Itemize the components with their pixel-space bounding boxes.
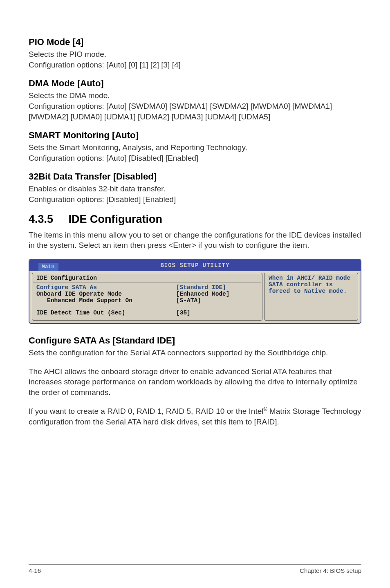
- bios-value: [S-ATA]: [176, 297, 258, 304]
- bios-left-title: IDE Configuration: [36, 275, 258, 281]
- text-confsata-p1: Sets the configuration for the Serial AT…: [29, 348, 361, 358]
- p3a: If you want to create a RAID 0, RAID 1, …: [29, 407, 263, 415]
- text-ide-configuration: The items in this menu allow you to set …: [29, 230, 361, 251]
- bios-label: IDE Detect Time Out (Sec): [36, 310, 176, 316]
- bios-header: Main BIOS SETUP UTILITY: [29, 260, 361, 271]
- pio-line1: Selects the PIO mode.: [29, 50, 106, 58]
- bios-value: [Enhanced Mode]: [176, 291, 258, 297]
- bios-row-operate-mode[interactable]: Onboard IDE Operate Mode [Enhanced Mode]: [36, 291, 258, 297]
- heading-dma-mode: DMA Mode [Auto]: [29, 78, 361, 89]
- text-pio-mode: Selects the PIO mode. Configuration opti…: [29, 49, 361, 70]
- text-confsata-p2: The AHCI allows the onboard storage driv…: [29, 366, 361, 398]
- bios-separator: [33, 283, 261, 283]
- bios-left-pane: IDE Configuration Configure SATA As [Sta…: [32, 273, 262, 321]
- heading-pio-mode: PIO Mode [4]: [29, 37, 361, 47]
- heading-32bit: 32Bit Data Transfer [Disabled]: [29, 171, 361, 182]
- heading-smart: SMART Monitoring [Auto]: [29, 130, 361, 141]
- page-number: 4-16: [29, 567, 41, 574]
- text-confsata-p3: If you want to create a RAID 0, RAID 1, …: [29, 406, 361, 427]
- bios-value: [Standard IDE]: [176, 284, 258, 291]
- text-smart: Sets the Smart Monitoring, Analysis, and…: [29, 142, 361, 163]
- d32-line1: Enables or disables 32-bit data transfer…: [29, 184, 166, 193]
- heading-configure-sata: Configure SATA As [Standard IDE]: [29, 335, 361, 346]
- chapter-label: Chapter 4: BIOS setup: [300, 567, 361, 574]
- d32-line2: Configuration options: [Disabled] [Enabl…: [29, 195, 176, 204]
- smart-line1: Sets the Smart Monitoring, Analysis, and…: [29, 143, 247, 152]
- spacer: [36, 304, 258, 310]
- bios-label: Onboard IDE Operate Mode: [36, 291, 176, 297]
- bios-setup-panel: Main BIOS SETUP UTILITY IDE Configuratio…: [29, 259, 361, 324]
- bios-body: IDE Configuration Configure SATA As [Sta…: [29, 271, 361, 323]
- page-footer: 4-16 Chapter 4: BIOS setup: [29, 564, 361, 574]
- text-dma-mode: Selects the DMA mode. Configuration opti…: [29, 90, 361, 122]
- pio-line2: Configuration options: [Auto] [0] [1] [2…: [29, 61, 181, 69]
- heading-ide-configuration: 4.3.5 IDE Configuration: [29, 213, 361, 226]
- dma-line2: Configuration options: [Auto] [SWDMA0] […: [29, 102, 332, 121]
- bios-help-text: When in AHCI/ RAID mode SATA controller …: [269, 275, 350, 294]
- bios-value: [35]: [176, 310, 258, 316]
- text-32bit: Enables or disables 32-bit data transfer…: [29, 184, 361, 204]
- bios-row-configure-sata[interactable]: Configure SATA As [Standard IDE]: [36, 284, 258, 291]
- bios-row-ide-detect[interactable]: IDE Detect Time Out (Sec) [35]: [36, 310, 258, 316]
- smart-line2: Configuration options: [Auto] [Disabled]…: [29, 154, 198, 162]
- bios-label: Configure SATA As: [36, 284, 176, 291]
- bios-tab-main[interactable]: Main: [38, 263, 58, 271]
- bios-title: BIOS SETUP UTILITY: [160, 262, 229, 269]
- bios-help-pane: When in AHCI/ RAID mode SATA controller …: [264, 273, 358, 321]
- bios-label: Enhanced Mode Support On: [36, 297, 176, 304]
- bios-row-enhanced-support[interactable]: Enhanced Mode Support On [S-ATA]: [36, 297, 258, 304]
- registered-symbol: ®: [263, 406, 267, 412]
- dma-line1: Selects the DMA mode.: [29, 91, 110, 100]
